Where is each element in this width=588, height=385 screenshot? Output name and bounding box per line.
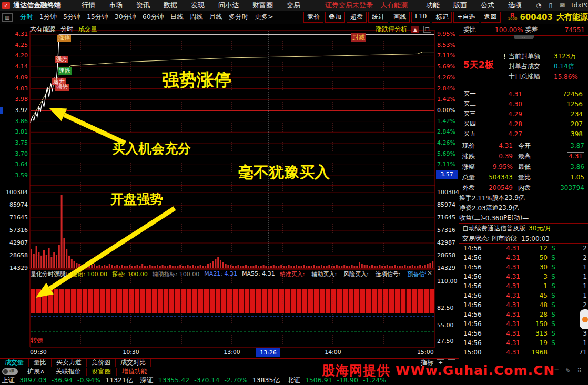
menu-item[interactable]: 版面 — [447, 1, 474, 10]
pane-tab[interactable]: 成交量 — [0, 359, 29, 367]
indicator-field: MA55: 4.31 — [242, 270, 275, 278]
login-warning[interactable]: 证券交易未登录 — [325, 1, 373, 10]
quote-row: 现价4.31今开 3.87 — [459, 140, 588, 151]
pct-axis-label: 5.69% — [437, 150, 460, 158]
ticker-item[interactable]: 深证13355.42-370.14-2.70%13835亿 — [140, 376, 287, 385]
limit-analysis-link[interactable]: 涨跌停分析 — [376, 25, 407, 34]
period-tab[interactable]: 5分钟 — [60, 13, 84, 22]
quote-row: 涨幅9.95%最低 3.86 — [459, 161, 588, 172]
vol-axis-label: 14329 — [1, 265, 28, 272]
layout-icon[interactable]: ▥ — [2, 13, 13, 22]
trade-time: 15:00 — [459, 349, 485, 356]
toolbar-button[interactable]: 超盘 — [347, 12, 367, 23]
ticker-amount: 13835亿 — [252, 376, 280, 385]
toolbar-button[interactable]: F10 — [411, 12, 430, 23]
price-axis-label: 3.59 — [1, 172, 28, 179]
period-tab[interactable]: 15分钟 — [84, 13, 111, 22]
menubar: ✓ 通达信金融终端 行情市场资讯数据发现问小达财富圈交易 证券交易未登录 大有能… — [0, 0, 588, 11]
quote-value-inner: 1.05 — [570, 174, 584, 181]
quote-label: 涨幅 — [459, 163, 478, 171]
menu-item[interactable]: 资讯 — [129, 1, 157, 10]
time-axis-label: 14:00 — [317, 349, 349, 356]
quote-row: 净资2.03流通23.9亿 — [459, 203, 588, 213]
collapse-handle[interactable]: ︿ — [514, 35, 534, 39]
toolbar-button[interactable]: 标记 — [432, 12, 452, 23]
chart-volume-label[interactable]: 成交量 — [78, 25, 97, 34]
tutorial-annotation: 毫不犹豫买入 — [238, 162, 330, 183]
toolbar-button[interactable]: +自选 — [453, 12, 479, 23]
edit-icon[interactable]: ✎ — [565, 367, 571, 374]
pane-tab[interactable]: 买卖力道 — [52, 359, 87, 367]
close-icon[interactable]: × — [427, 269, 432, 277]
trade-count: 2 — [559, 245, 588, 252]
weibi-value: 100.00% — [476, 26, 525, 34]
grid-icon[interactable]: ⠿ — [577, 367, 582, 374]
trade-row: 14:564.311S1 — [459, 281, 588, 291]
toolbar-button[interactable]: 画线 — [390, 12, 410, 23]
arrow-up-icon[interactable]: ▲ — [411, 26, 419, 33]
popup-toggle[interactable]: 弹 — [2, 368, 18, 375]
toolbar-button[interactable]: 统计 — [368, 12, 388, 23]
quote-value-inner: 303794 — [560, 184, 584, 191]
trade-row: 14:564.3119S1 — [459, 338, 588, 348]
subbar-item[interactable]: 增值功能 — [117, 368, 153, 376]
subbar-item[interactable]: 关联报价 — [50, 368, 87, 376]
bid-row: 买二4.301256 — [459, 99, 588, 109]
indicator-field: 风险买入:- — [343, 270, 371, 278]
pane-tab[interactable]: 竞价图 — [87, 359, 116, 367]
ticker-item[interactable]: 上证3897.03-36.94-0.94%11321亿 — [2, 376, 140, 385]
quote-label: PE(动) — [503, 214, 522, 222]
period-tab[interactable]: 多分时 — [226, 13, 252, 22]
menu-item[interactable]: 行情 — [75, 1, 102, 10]
bid-price: 4.30 — [482, 100, 522, 108]
trade-side: S — [548, 264, 559, 271]
period-tab[interactable]: 分时 — [17, 13, 36, 22]
floating-service-button[interactable] — [580, 309, 588, 329]
menu-item[interactable]: 数据 — [157, 1, 184, 10]
menu-item[interactable]: 财富圈 — [246, 1, 280, 10]
bid-price: 4.31 — [482, 90, 522, 98]
period-tab[interactable]: 日线 — [167, 13, 187, 22]
period-tab[interactable]: 周线 — [187, 13, 206, 22]
chart-period-label[interactable]: 分时 — [60, 25, 73, 34]
subbar-item[interactable]: 财富圈 — [87, 368, 117, 376]
toolbar-button[interactable]: 竞价 — [303, 12, 323, 23]
period-tab[interactable]: 30分钟 — [111, 13, 139, 22]
stock-quick-link[interactable]: 大有能源 — [380, 1, 408, 10]
period-tab[interactable]: 60分钟 — [139, 13, 167, 22]
tick-trade-list: 14:564.3112S214:564.3150S214:564.3130S11… — [459, 244, 588, 358]
menu-item[interactable]: 市场 — [102, 1, 129, 10]
seal-label: 十日总涨幅 — [509, 72, 554, 81]
window-icon[interactable]: ❐ — [423, 26, 431, 33]
renewal-notice[interactable]: 自动续费通达信普及版 30元/月 — [459, 224, 588, 234]
menu-item[interactable]: 发现 — [184, 1, 211, 10]
indicator-axis-label: 82.50 — [437, 305, 460, 312]
toolbar-button[interactable]: 叠加 — [325, 12, 345, 23]
menu-item[interactable]: 交易 — [280, 1, 307, 10]
toolbar-button[interactable]: 返回 — [481, 12, 501, 23]
time-axis-label: 10:30 — [115, 349, 147, 356]
trade-price: 4.31 — [485, 245, 520, 252]
menu-item[interactable]: 功能 — [419, 1, 447, 10]
trade-time: 14:56 — [459, 254, 485, 261]
mail-icon[interactable]: ✉ — [560, 2, 565, 9]
pane-tab[interactable]: 成交对比 — [116, 359, 151, 367]
pct-axis-label: 5.69% — [437, 63, 460, 70]
subbar-item[interactable]: 扩展∧ — [22, 368, 50, 376]
menu-item[interactable]: 选项 — [501, 1, 529, 10]
phone-icon[interactable]: ▯ — [549, 2, 552, 9]
period-tab[interactable]: 1分钟 — [36, 13, 60, 22]
pct-axis-label: 7.11% — [437, 52, 460, 59]
period-tab[interactable]: 更多> — [251, 13, 276, 22]
quote-label: 流通 — [486, 204, 499, 212]
tdx-logo-icon[interactable]: ✓ — [2, 2, 10, 9]
seal-row: 十日总涨幅15.86% — [503, 72, 587, 82]
quote-value-inner: 3.87 — [570, 142, 584, 149]
menu-item[interactable]: 问小达 — [211, 1, 246, 10]
bid-label: 买四 — [459, 119, 482, 128]
service-icon[interactable]: ◔ — [536, 2, 541, 9]
pane-tab[interactable]: 量比 — [29, 359, 52, 367]
pct-axis-label: 4.26% — [437, 74, 460, 82]
period-tab[interactable]: 月线 — [206, 13, 226, 22]
menu-item[interactable]: 公式 — [474, 1, 501, 10]
